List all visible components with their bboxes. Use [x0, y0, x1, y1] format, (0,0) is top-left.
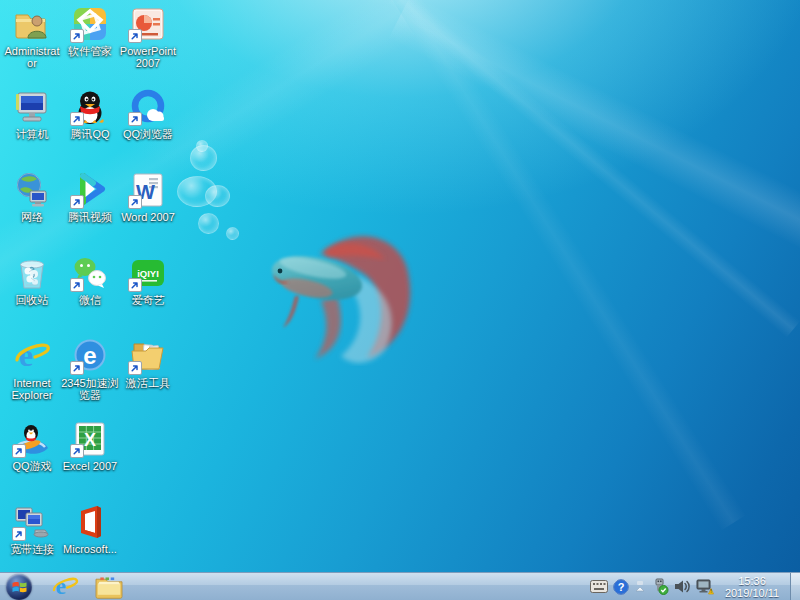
desktop-icon-wechat[interactable]: 微信 — [61, 253, 119, 336]
shortcut-arrow-icon — [70, 195, 84, 209]
powerpoint-icon — [128, 4, 168, 44]
desktop-icon-software-manager[interactable]: 软件管家 — [61, 4, 119, 87]
icon-label: 微信 — [79, 294, 101, 306]
shortcut-arrow-icon — [70, 278, 84, 292]
bubble — [226, 227, 239, 240]
usb-safely-remove-icon[interactable] — [651, 578, 669, 595]
icon-label: Administrator — [3, 45, 61, 69]
2345-browser-icon: e — [70, 336, 110, 376]
desktop-icon-qq-browser[interactable]: QQ浏览器 — [119, 87, 177, 170]
taskbar: e — [0, 572, 800, 600]
iqiyi-icon: iQIYI — [128, 253, 168, 293]
betta-fish-image — [265, 216, 440, 366]
desktop-icon-administrator[interactable]: Administrator — [3, 4, 61, 87]
desktop-icon-qq-games[interactable]: QQ游戏 — [3, 419, 61, 502]
network-status-warning-icon[interactable]: ! — [696, 579, 714, 595]
shortcut-arrow-icon — [128, 278, 142, 292]
qq-penguin-icon — [70, 87, 110, 127]
computer-icon — [12, 87, 52, 127]
svg-text:X: X — [84, 430, 96, 450]
user-folder-icon — [12, 4, 52, 44]
word-icon: W — [128, 170, 168, 210]
icon-label: 腾讯视频 — [68, 211, 112, 223]
svg-text:e: e — [83, 342, 96, 369]
icon-label: Internet Explorer — [3, 377, 61, 401]
light-ray — [388, 0, 800, 330]
qq-browser-icon — [128, 87, 168, 127]
icon-label: Excel 2007 — [63, 460, 117, 472]
clock-date: 2019/10/11 — [721, 587, 783, 599]
screen: Administrator — [0, 0, 800, 600]
system-tray: ? — [590, 573, 800, 600]
icon-label: 回收站 — [16, 294, 49, 306]
taskbar-clock[interactable]: 15:36 2019/10/11 — [719, 575, 785, 599]
icon-label: Word 2007 — [121, 211, 175, 223]
volume-icon[interactable] — [674, 579, 691, 594]
taskbar-windows-explorer-button[interactable] — [92, 574, 126, 600]
svg-text:?: ? — [618, 581, 625, 593]
desktop-icon-word-2007[interactable]: W Word 2007 — [119, 170, 177, 253]
shortcut-arrow-icon — [12, 527, 26, 541]
tencent-video-icon — [70, 170, 110, 210]
desktop-icon-internet-explorer[interactable]: e Internet Explorer — [3, 336, 61, 419]
microsoft-office-icon — [70, 502, 110, 542]
icon-label: 网络 — [21, 211, 43, 223]
windows-logo-icon — [12, 580, 27, 594]
icon-label: 激活工具 — [126, 377, 170, 389]
bubble — [190, 145, 217, 171]
icon-label: PowerPoint 2007 — [119, 45, 177, 69]
internet-explorer-icon: e — [50, 573, 80, 600]
clock-time: 15:36 — [721, 575, 783, 587]
icon-label: 宽带连接 — [10, 543, 54, 555]
desktop-icon-tencent-video[interactable]: 腾讯视频 — [61, 170, 119, 253]
broadband-connection-icon — [12, 502, 52, 542]
shortcut-arrow-icon — [128, 112, 142, 126]
icon-label: 爱奇艺 — [132, 294, 165, 306]
start-button[interactable] — [6, 574, 32, 600]
icon-label: 软件管家 — [68, 45, 112, 57]
shortcut-arrow-icon — [70, 444, 84, 458]
recycle-bin-icon — [12, 253, 52, 293]
desktop-icon-network[interactable]: 网络 — [3, 170, 61, 253]
internet-explorer-icon: e — [12, 336, 52, 376]
light-ray — [392, 0, 746, 531]
desktop-wallpaper: Administrator — [0, 0, 800, 572]
shortcut-arrow-icon — [128, 361, 142, 375]
icon-label: 计算机 — [16, 128, 49, 140]
software-manager-icon — [70, 4, 110, 44]
shortcut-arrow-icon — [70, 112, 84, 126]
shortcut-arrow-icon — [128, 29, 142, 43]
desktop-icon-activation-tool[interactable]: 激活工具 — [119, 336, 177, 419]
icon-label: Microsoft... — [63, 543, 117, 555]
input-method-keyboard-icon[interactable] — [590, 580, 608, 593]
desktop-icon-tencent-qq[interactable]: 腾讯QQ — [61, 87, 119, 170]
light-ray — [388, 0, 800, 338]
desktop-icon-recycle-bin[interactable]: 回收站 — [3, 253, 61, 336]
help-tray-icon[interactable]: ? — [613, 579, 629, 595]
shortcut-arrow-icon — [70, 29, 84, 43]
folder-icon — [94, 574, 124, 600]
bubble — [198, 213, 219, 234]
desktop-icon-excel-2007[interactable]: X Excel 2007 — [61, 419, 119, 502]
icon-label: QQ游戏 — [12, 460, 51, 472]
excel-icon: X — [70, 419, 110, 459]
shortcut-arrow-icon — [128, 195, 142, 209]
shortcut-arrow-icon — [12, 444, 26, 458]
wechat-icon — [70, 253, 110, 293]
desktop-icon-iqiyi[interactable]: iQIYI 爱奇艺 — [119, 253, 177, 336]
bubble — [205, 185, 230, 207]
show-hidden-icons-button[interactable] — [634, 580, 646, 594]
shortcut-arrow-icon — [70, 361, 84, 375]
desktop-icon-2345-browser[interactable]: e 2345加速浏览器 — [61, 336, 119, 419]
desktop-icon-computer[interactable]: 计算机 — [3, 87, 61, 170]
qq-games-icon — [12, 419, 52, 459]
desktop-icon-grid: Administrator — [3, 4, 177, 585]
icon-label: QQ浏览器 — [123, 128, 173, 140]
svg-text:e: e — [55, 573, 65, 599]
icon-label: 2345加速浏览器 — [61, 377, 119, 401]
taskbar-internet-explorer-button[interactable]: e — [48, 574, 82, 600]
folder-icon — [128, 336, 168, 376]
desktop-icon-powerpoint-2007[interactable]: PowerPoint 2007 — [119, 4, 177, 87]
show-desktop-button[interactable] — [790, 573, 800, 600]
empty-grid-cell — [119, 419, 177, 502]
